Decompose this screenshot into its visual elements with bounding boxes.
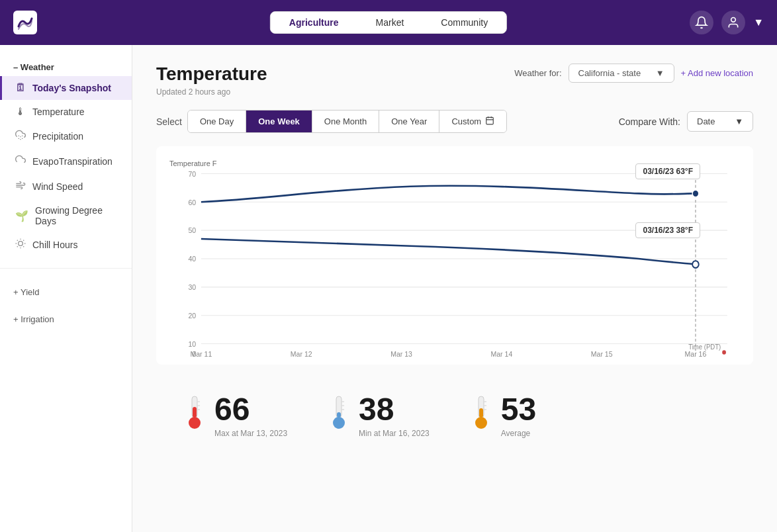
time-tabs: One Day One Week One Month One Year Cust… <box>187 110 507 133</box>
sidebar: – Weather 🗓 Today's Snapshot 🌡 Temperatu… <box>0 45 132 532</box>
svg-text:20: 20 <box>189 311 197 320</box>
svg-point-53 <box>333 417 345 429</box>
svg-line-9 <box>17 240 18 241</box>
svg-rect-52 <box>337 412 341 418</box>
svg-point-35 <box>692 190 699 197</box>
weather-for-label: Weather for: <box>514 68 561 78</box>
svg-text:50: 50 <box>189 226 197 235</box>
tab-community[interactable]: Community <box>422 12 506 33</box>
compare-label: Compare With: <box>619 116 680 127</box>
app-logo[interactable] <box>13 11 37 34</box>
tab-custom[interactable]: Custom <box>439 111 506 132</box>
svg-text:40: 40 <box>189 255 197 263</box>
stats-row: 66 Max at Mar 13, 2023 <box>156 384 753 445</box>
svg-text:Mar 11: Mar 11 <box>191 349 212 358</box>
location-chevron-icon: ▼ <box>656 68 664 78</box>
svg-text:10: 10 <box>189 339 197 348</box>
tab-one-day[interactable]: One Day <box>188 111 246 132</box>
stat-max-label: Max at Mar 13, 2023 <box>214 429 287 438</box>
chart-inner: Temperature F 70 60 <box>169 159 740 358</box>
compare-value: Date <box>697 116 715 126</box>
growing-icon: 🌱 <box>15 210 28 222</box>
sidebar-item-evapo[interactable]: EvapoTranspiration <box>0 149 132 174</box>
select-label: Select <box>156 116 182 127</box>
svg-line-13 <box>17 246 18 247</box>
time-select-bar: Select One Day One Week One Month One Ye… <box>156 110 753 133</box>
thermometer-icon: 🌡 <box>15 106 26 118</box>
notifications-icon[interactable] <box>690 11 713 34</box>
sidebar-item-chill[interactable]: Chill Hours <box>0 232 132 257</box>
add-location-link[interactable]: + Add new location <box>681 68 754 78</box>
svg-rect-46 <box>193 407 197 418</box>
stat-min: 38 Min at Mar 16, 2023 <box>327 391 430 438</box>
main-content: Temperature Updated 2 hours ago Weather … <box>132 45 777 532</box>
svg-text:Mar 13: Mar 13 <box>390 349 412 358</box>
sidebar-item-snapshot[interactable]: 🗓 Today's Snapshot <box>0 76 132 100</box>
svg-rect-58 <box>479 408 483 418</box>
svg-point-36 <box>692 261 699 268</box>
svg-line-10 <box>23 246 24 247</box>
sidebar-group-yield[interactable]: + Yield <box>0 282 132 302</box>
svg-text:60: 60 <box>189 198 197 206</box>
svg-text:Mar 12: Mar 12 <box>291 349 312 358</box>
stat-max-block: 66 Max at Mar 13, 2023 <box>214 391 287 438</box>
stat-max-value: 66 <box>214 391 287 427</box>
stat-avg: 53 Average <box>469 391 536 438</box>
sidebar-group-irrigation[interactable]: + Irrigation <box>0 309 132 330</box>
stat-max: 66 Max at Mar 13, 2023 <box>183 391 287 438</box>
temperature-chart: Temperature F 70 60 <box>156 146 753 365</box>
stat-avg-value: 53 <box>501 391 536 427</box>
svg-text:70: 70 <box>189 169 197 178</box>
snapshot-icon: 🗓 <box>15 82 26 94</box>
svg-point-59 <box>475 417 487 429</box>
update-time: Updated 2 hours ago <box>156 87 267 97</box>
svg-text:Time (PDT): Time (PDT) <box>688 343 721 351</box>
stat-min-block: 38 Min at Mar 16, 2023 <box>359 391 430 438</box>
tab-one-week[interactable]: One Week <box>246 111 312 132</box>
thermo-max-icon <box>183 394 206 435</box>
compare-chevron-icon: ▼ <box>735 116 743 126</box>
evapo-icon <box>15 155 26 168</box>
sidebar-item-precipitation[interactable]: Precipitation <box>0 124 132 149</box>
tab-one-month[interactable]: One Month <box>312 111 379 132</box>
location-value: California - state <box>578 68 641 78</box>
svg-point-47 <box>189 417 201 429</box>
sidebar-item-temperature[interactable]: 🌡 Temperature <box>0 100 132 124</box>
wind-icon <box>15 180 26 193</box>
tab-agriculture[interactable]: Agriculture <box>271 12 357 33</box>
sidebar-item-growing[interactable]: 🌱 Growing Degree Days <box>0 199 132 232</box>
sidebar-weather-header: – Weather <box>0 58 132 76</box>
svg-text:30: 30 <box>189 283 197 292</box>
compare-dropdown[interactable]: Date ▼ <box>687 111 753 132</box>
title-block: Temperature Updated 2 hours ago <box>156 64 267 97</box>
location-dropdown[interactable]: California - state ▼ <box>569 64 674 83</box>
compare-with: Compare With: Date ▼ <box>619 111 753 132</box>
user-avatar[interactable] <box>721 11 745 34</box>
user-dropdown-icon[interactable]: ▼ <box>753 17 764 28</box>
stat-avg-label: Average <box>501 429 536 438</box>
tab-market[interactable]: Market <box>357 12 423 33</box>
stat-min-label: Min at Mar 16, 2023 <box>359 429 430 438</box>
page-title: Temperature <box>156 64 267 85</box>
tab-one-year[interactable]: One Year <box>379 111 439 132</box>
thermo-avg-icon <box>469 394 493 435</box>
topnav-right: ▼ <box>690 11 764 34</box>
stat-min-value: 38 <box>359 391 430 427</box>
nav-tabs: Agriculture Market Community <box>270 11 507 34</box>
stat-avg-block: 53 Average <box>501 391 536 438</box>
svg-text:Mar 14: Mar 14 <box>491 349 513 358</box>
top-navigation: Agriculture Market Community ▼ <box>0 0 777 45</box>
thermo-min-icon <box>327 394 351 435</box>
sidebar-item-wind[interactable]: Wind Speed <box>0 174 132 199</box>
svg-rect-15 <box>486 117 494 124</box>
main-layout: – Weather 🗓 Today's Snapshot 🌡 Temperatu… <box>0 45 777 532</box>
precipitation-icon <box>15 130 26 143</box>
calendar-icon <box>485 116 494 127</box>
svg-point-6 <box>19 242 23 246</box>
weather-for-row: Weather for: California - state ▼ + Add … <box>514 64 753 83</box>
chill-icon <box>15 238 26 251</box>
svg-line-14 <box>23 240 24 241</box>
svg-text:Mar 15: Mar 15 <box>591 349 613 358</box>
svg-point-44 <box>722 350 726 354</box>
content-header: Temperature Updated 2 hours ago Weather … <box>156 64 753 97</box>
